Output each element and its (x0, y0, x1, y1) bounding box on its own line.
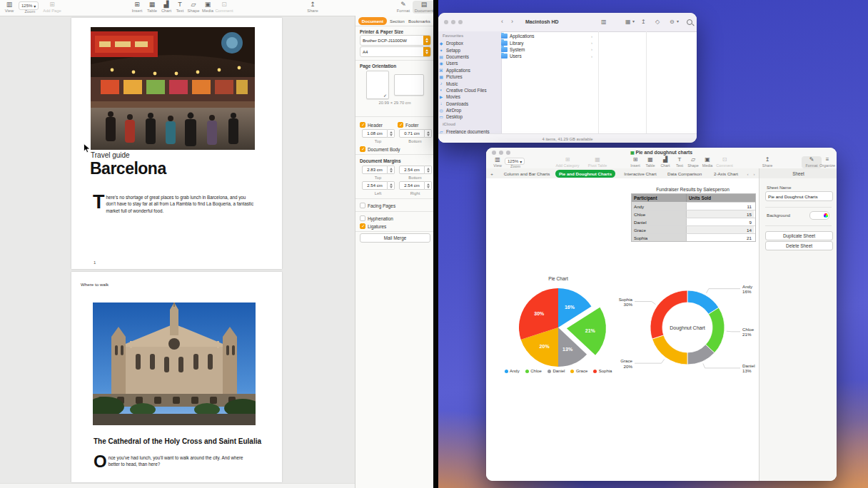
tab-bookmarks[interactable]: Bookmarks (408, 19, 430, 24)
view-button[interactable]: ▥ View (492, 157, 503, 168)
sheet-tab-3[interactable]: Data Comparison (662, 168, 707, 178)
close-window-button[interactable] (444, 20, 448, 24)
portrait-orientation-option[interactable]: ✓ (366, 71, 389, 99)
section-heading[interactable]: Where to walk (81, 282, 108, 287)
minimize-window-button[interactable] (451, 20, 455, 24)
tabs-scroll-right[interactable]: › (751, 168, 757, 178)
view-button[interactable]: ▥ View (3, 1, 16, 13)
organize-panel-button[interactable]: ≡ Organize (819, 157, 836, 168)
folder-row[interactable]: Library › (501, 39, 592, 46)
add-category-button[interactable]: ⊞ Add Category (552, 157, 583, 168)
doc-kicker[interactable]: Travel guide (91, 151, 130, 159)
sidebar-item[interactable]: ▶ Movies (438, 93, 501, 100)
sidebar-item[interactable]: ⌘ Applications (438, 67, 501, 73)
doc-paragraph-1[interactable]: There's no shortage of great places to g… (93, 194, 254, 214)
sheet-tab-1-active[interactable]: Pie and Doughnut Charts (555, 170, 615, 178)
table-button[interactable]: ▦ Table (644, 157, 657, 168)
share-icon[interactable]: ↥ (641, 19, 646, 25)
add-page-button[interactable]: ⊞ Add Page (41, 1, 63, 13)
margin-top-field[interactable]: 2.83 cm (362, 166, 395, 174)
table-row[interactable]: Andy 11 (632, 202, 755, 210)
table-row[interactable]: Grace 14 (632, 225, 755, 233)
back-button[interactable]: ‹ (501, 19, 503, 25)
numbers-window[interactable]: ▦ Pie and doughnut charts ▥ View 125% ▾ … (486, 148, 837, 481)
doughnut-chart[interactable]: Andy16%Chloe21%Daniel13%Grace20%Sophia30… (610, 279, 764, 379)
document-page-2[interactable]: Where to walk (71, 272, 282, 482)
pivot-table-button[interactable]: ▦ Pivot Table (585, 157, 610, 168)
fundraiser-table[interactable]: Participant Units Sold Andy 11 Chloe (631, 193, 756, 242)
sidebar-item[interactable]: ◆ Dropbox (438, 40, 501, 46)
margin-left-field[interactable]: 2.54 cm (362, 181, 395, 190)
cathedral-photo[interactable] (93, 303, 256, 425)
folder-row[interactable]: Users › (501, 53, 592, 59)
comment-button[interactable]: ⊡ Comment (715, 157, 734, 168)
media-button[interactable]: ▣ Media (701, 157, 714, 168)
add-sheet-button[interactable]: + (488, 168, 496, 178)
insert-button[interactable]: ⊞ Insert (130, 1, 144, 13)
chart-button[interactable]: ▟ Chart (659, 157, 672, 168)
tab-section[interactable]: Section (390, 19, 405, 24)
sidebar-item[interactable]: ◐ Creative Cloud Files (438, 87, 501, 93)
tabs-scroll-left[interactable]: ‹ (745, 168, 751, 178)
share-button[interactable]: ↥ Share (761, 157, 774, 168)
background-color-well[interactable] (809, 211, 829, 220)
share-button[interactable]: ↥ Share (306, 1, 320, 13)
doc-title[interactable]: Barcelona (90, 159, 166, 178)
pie-chart[interactable]: 16%21%13%20%30% (500, 280, 617, 370)
ligatures-checkbox[interactable] (360, 223, 365, 229)
document-body-checkbox[interactable] (360, 146, 365, 152)
shape-button[interactable]: ▱ Shape (186, 1, 201, 13)
comment-button[interactable]: ⊡ Comment (215, 1, 233, 13)
margin-right-field[interactable]: 2.54 cm (399, 181, 432, 190)
zoom-window-button[interactable] (458, 20, 463, 24)
margin-bottom-field[interactable]: 2.54 cm (399, 166, 432, 174)
duplicate-sheet-button[interactable]: Duplicate Sheet (765, 231, 833, 240)
chart-button[interactable]: ▟ Chart (159, 1, 173, 13)
split-view-divider[interactable] (433, 0, 438, 488)
hyphenation-checkbox[interactable] (360, 215, 365, 221)
sheet-tab-4[interactable]: 2-Axis Chart (707, 168, 745, 178)
sidebar-item[interactable]: ◉ Users (438, 60, 501, 66)
table-button[interactable]: ▦ Table (145, 1, 159, 13)
insert-button[interactable]: ⊞ Insert (629, 157, 642, 168)
table-row[interactable]: Chloe 15 (632, 210, 755, 218)
finder-window[interactable]: ‹ › Macintosh HD ▥ ▦ ▾ ↥ ◇ ⊖ ▾ Favourite… (438, 13, 697, 143)
document-page-1[interactable]: Travel guide Barcelona There's no shorta… (71, 18, 282, 269)
header-top-field[interactable]: 1.08 cm (362, 129, 395, 138)
sheet-tab-2[interactable]: Interactive Chart (618, 168, 662, 178)
sidebar-item[interactable]: ▭ Desktop (438, 113, 501, 120)
shape-button[interactable]: ▱ Shape (687, 157, 700, 168)
text-button[interactable]: T Text (674, 157, 685, 168)
facing-pages-checkbox[interactable] (360, 203, 365, 208)
landscape-orientation-option[interactable] (394, 74, 424, 96)
doc-paragraph-2[interactable]: Once you've had lunch, you'll want to wa… (94, 454, 254, 469)
table-row[interactable]: Daniel 9 (632, 218, 755, 225)
media-button[interactable]: ▣ Media (201, 1, 215, 13)
document-panel-button[interactable]: ▤ Document (413, 1, 435, 14)
search-icon[interactable] (687, 19, 692, 25)
sidebar-item[interactable]: ✦ Setapp (438, 46, 501, 53)
sidebar-item[interactable]: ♪ Music (438, 80, 501, 86)
format-button[interactable]: ✎ Format (395, 1, 411, 13)
sheet-canvas[interactable]: Fundraiser Results by Salesperson Partic… (486, 178, 759, 481)
desktop[interactable]: ‹ › Macintosh HD ▥ ▦ ▾ ↥ ◇ ⊖ ▾ Favourite… (438, 0, 868, 488)
paper-size-dropdown[interactable]: A4 (360, 46, 431, 57)
finder-column-3[interactable] (646, 31, 697, 133)
folder-row[interactable]: System › (501, 46, 592, 53)
forward-button[interactable]: › (511, 19, 513, 25)
finder-column-2[interactable] (598, 31, 647, 133)
tab-document[interactable]: Document (358, 17, 387, 25)
tag-icon[interactable]: ◇ (655, 19, 660, 25)
footer-checkbox[interactable] (398, 122, 403, 128)
table-row[interactable]: Sophia 21 (632, 233, 755, 241)
sidebar-item[interactable]: ▦ Pictures (438, 73, 501, 80)
folder-row[interactable]: Applications › (501, 33, 592, 39)
footer-bottom-field[interactable]: 0.71 cm (399, 129, 432, 138)
text-button[interactable]: T Text (173, 1, 186, 13)
header-checkbox[interactable] (360, 122, 365, 128)
sheet-tab-0[interactable]: Column and Bar Charts (499, 168, 555, 178)
sidebar-item[interactable]: ◎ AirDrop (438, 107, 501, 113)
mail-merge-button[interactable]: Mail Merge (360, 233, 430, 243)
market-photo[interactable] (91, 27, 255, 150)
more-actions-icon[interactable]: ⊖ (670, 19, 675, 25)
